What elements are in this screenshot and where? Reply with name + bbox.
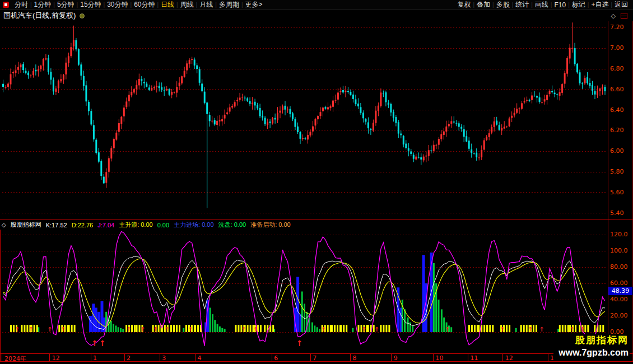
period-menu-item-3[interactable]: 15分钟 (78, 0, 103, 10)
svg-text:↑: ↑ (374, 326, 379, 333)
period-menu-item-6[interactable]: 日线 (159, 0, 176, 10)
svg-text:↑: ↑ (188, 326, 193, 333)
timeline-label: 10 (435, 354, 443, 362)
indicator-value-marker: 48.39 (608, 287, 632, 295)
period-menu: 分时|1分钟|5分钟|15分钟|30分钟|60分钟|日线|周线|月线|多周期|更… (12, 0, 265, 10)
period-menu-item-5[interactable]: 60分钟 (132, 0, 157, 10)
svg-text:↑: ↑ (165, 326, 170, 333)
svg-text:↑: ↑ (539, 326, 544, 333)
indicator-diamond-icon: ◇ (2, 222, 6, 228)
indicator-header-field-7: 洗盘: 0.00 (218, 221, 246, 229)
svg-text:↑: ↑ (253, 326, 258, 333)
main-price-tick: 5.40 (610, 209, 632, 217)
timeline-label: 7 (313, 354, 316, 362)
main-price-tick: 7.20 (610, 24, 632, 31)
indicator-header-field-4: 主升浪: 0.00 (119, 221, 153, 229)
timeline-label: 12 (505, 354, 513, 362)
main-price-tick: 7.00 (610, 44, 632, 52)
svg-text:↑: ↑ (140, 326, 145, 333)
main-price-tick: 5.80 (610, 168, 632, 175)
watermark-site-name: 股朋指标网 (553, 334, 629, 347)
watermark-site-url: www.7gpzb.com (553, 347, 629, 359)
svg-text:↑: ↑ (153, 326, 158, 333)
indicator-value-tick: 60.00 (610, 279, 632, 287)
title-bar: 国机汽车(日线,前复权) ◇ (0, 10, 633, 21)
period-menu-item-1[interactable]: 1分钟 (32, 0, 54, 10)
tool-menu-item-2[interactable]: 多股 (494, 0, 512, 10)
svg-text:↑: ↑ (29, 326, 34, 333)
period-menu-item-2[interactable]: 5分钟 (55, 0, 77, 10)
svg-text:↑: ↑ (500, 326, 505, 333)
tool-menu-item-0[interactable]: 复权 (455, 0, 473, 10)
timeline-label: 3 (162, 354, 166, 362)
timeline-label: 2024年 (4, 354, 26, 363)
stock-title: 国机汽车(日线,前复权) (3, 11, 76, 21)
indicator-header-field-2: D:22.76 (72, 222, 94, 228)
period-menu-item-7[interactable]: 周线 (178, 0, 196, 10)
svg-text:↑: ↑ (99, 339, 106, 348)
svg-text:↑: ↑ (241, 326, 246, 333)
main-price-tick: 6.40 (610, 106, 632, 114)
tool-menu-item-8[interactable]: 返回 (612, 0, 630, 10)
svg-text:↑: ↑ (321, 326, 326, 333)
period-menu-item-4[interactable]: 30分钟 (105, 0, 130, 10)
watermark: 股朋指标网 www.7gpzb.com (553, 334, 630, 361)
svg-text:↑: ↑ (580, 326, 585, 333)
tool-menu-item-3[interactable]: 统计 (513, 0, 531, 10)
indicator-value-tick: 80.00 (610, 263, 632, 270)
timeline-label: 4 (198, 354, 202, 362)
timeline-label: 11 (471, 354, 478, 362)
svg-text:↑: ↑ (528, 326, 533, 333)
svg-text:↑: ↑ (127, 326, 132, 333)
top-menu-bar: 分时|1分钟|5分钟|15分钟|30分钟|60分钟|日线|周线|月线|多周期|更… (0, 0, 633, 10)
main-price-tick: 5.60 (610, 189, 632, 196)
timeline-label: 6 (274, 354, 278, 362)
timeline-label: 1 (93, 354, 97, 362)
period-menu-item-10[interactable]: 更多> (243, 0, 265, 10)
main-price-tick: 6.00 (610, 147, 632, 155)
indicator-header: ◇ 股朋指标网K:17.52D:22.76J:7.04主升浪: 0.000.00… (0, 220, 291, 230)
main-price-tick: 6.80 (610, 65, 632, 72)
period-menu-item-8[interactable]: 月线 (197, 0, 215, 10)
svg-text:↑: ↑ (296, 339, 303, 348)
indicator-header-field-6: 主力进场: 0.00 (174, 221, 214, 229)
svg-text:↑: ↑ (15, 326, 20, 333)
timeline-label: 12 (52, 354, 60, 362)
timeline-label: 8 (352, 354, 356, 362)
app-icon (3, 2, 9, 8)
chart-canvas[interactable]: ↑↑↑↑↑↑↑↑↑↑↑↑↑↑↑↑↑↑↑↑↑↑↑ (0, 0, 633, 364)
svg-text:↑: ↑ (60, 326, 66, 333)
indicator-header-field-0: 股朋指标网 (11, 221, 41, 229)
svg-text:↑: ↑ (91, 339, 98, 348)
tool-menu-item-4[interactable]: 画线 (533, 0, 551, 10)
timeline-label: 2 (127, 354, 131, 362)
period-menu-item-9[interactable]: 多周期 (217, 0, 241, 10)
status-dot-icon (80, 13, 85, 18)
panel-toggle-icon[interactable] (621, 13, 627, 19)
indicator-header-field-1: K:17.52 (46, 222, 67, 228)
svg-text:↑: ↑ (361, 326, 366, 333)
tool-menu-item-6[interactable]: 标记 (570, 0, 588, 10)
indicator-value-tick: 120.0 (610, 231, 632, 238)
main-price-tick: 6.60 (610, 86, 632, 93)
tool-menu-item-1[interactable]: 叠加 (474, 0, 492, 10)
indicator-header-field-3: J:7.04 (97, 222, 114, 228)
timeline-label: 9 (394, 354, 398, 362)
indicator-value-tick: 100.0 (610, 247, 632, 254)
indicator-value-tick: 20.00 (610, 312, 632, 319)
tool-menu-item-5[interactable]: F10 (552, 1, 568, 9)
tool-menu: 复权|叠加|多股|统计|画线|F10|标记|+自选|返回 (455, 0, 630, 10)
diamond-icon[interactable]: ◇ (611, 12, 616, 20)
indicator-header-field-5: 0.00 (157, 222, 169, 228)
indicator-value-tick: 40.00 (610, 296, 632, 303)
main-price-tick: 6.20 (610, 127, 632, 134)
svg-text:↑: ↑ (445, 326, 450, 333)
period-menu-item-0[interactable]: 分时 (12, 0, 30, 10)
svg-text:↑: ↑ (47, 326, 52, 333)
indicator-header-field-8: 准备启动: 0.00 (250, 221, 291, 229)
svg-text:↑: ↑ (569, 326, 574, 333)
tool-menu-item-7[interactable]: +自选 (589, 0, 611, 10)
